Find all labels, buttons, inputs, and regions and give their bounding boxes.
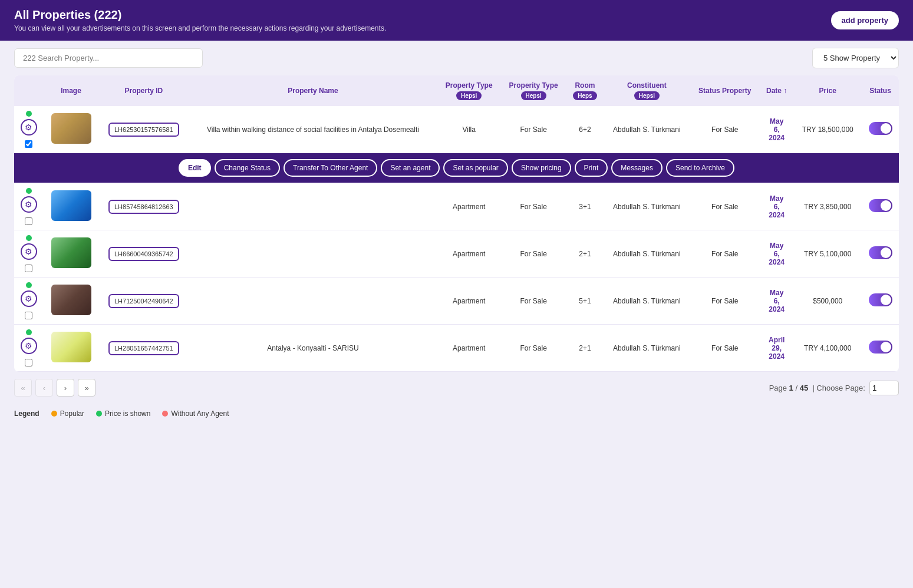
property-image-cell — [43, 183, 98, 230]
property-image-cell — [43, 278, 98, 325]
status-property-cell: For Sale — [690, 278, 760, 325]
legend-item-price-shown: Price is shown — [96, 409, 150, 418]
property-id-badge: LH85745864812663 — [108, 200, 179, 214]
property-type-cell: Apartment — [437, 325, 501, 372]
legend-item-popular: Popular — [51, 409, 84, 418]
add-property-button[interactable]: add property — [831, 11, 899, 29]
status-toggle[interactable] — [869, 122, 892, 135]
room-filter[interactable]: Heps — [573, 91, 596, 100]
room-cell: 6+2 — [566, 106, 604, 153]
first-page-button[interactable]: « — [14, 379, 32, 397]
prev-page-button[interactable]: ‹ — [35, 379, 53, 397]
constituent-filter[interactable]: Hepsi — [634, 91, 660, 100]
property-id-badge: LH28051657442751 — [108, 341, 179, 355]
pagination-bar: « ‹ › » Page 1 / 45 | Choose Page: — [0, 372, 913, 404]
property-id-cell: LH71250042490642 — [99, 278, 189, 325]
transfer-to-other-agent-button[interactable]: Transfer To Other Agent — [284, 159, 377, 177]
properity-type2-cell: For Sale — [501, 230, 566, 278]
status-property-cell: For Sale — [690, 183, 760, 230]
current-page: 1 — [789, 384, 793, 392]
room-cell: 5+1 — [566, 278, 604, 325]
row-checkbox-input[interactable] — [25, 312, 32, 319]
col-property-id: Property ID — [99, 75, 189, 106]
properties-table: Image Property ID Property Name Property… — [14, 75, 899, 372]
show-property-select[interactable]: 5 Show Property — [812, 48, 899, 68]
constituent-cell: Abdullah S. Türkmani — [604, 230, 690, 278]
property-type-cell: Apartment — [437, 230, 501, 278]
date-value: May6,2024 — [769, 289, 785, 313]
col-properity-type2: Properity Type Hepsi — [501, 75, 566, 106]
no-agent-dot — [162, 411, 168, 417]
gear-icon[interactable]: ⚙ — [21, 290, 37, 307]
status-dot — [26, 235, 32, 241]
legend-popular-label: Popular — [60, 409, 84, 418]
date-value: April29,2024 — [769, 336, 785, 361]
constituent-cell: Abdullah S. Türkmani — [604, 106, 690, 153]
property-id-cell: LH62530157576581 — [99, 106, 189, 153]
popular-dot — [51, 411, 57, 417]
row-checkbox-input[interactable] — [25, 217, 32, 225]
choose-page-input[interactable] — [869, 381, 899, 395]
property-name-cell: Villa within walking distance of social … — [189, 106, 437, 153]
room-cell: 2+1 — [566, 325, 604, 372]
property-type-cell: Villa — [437, 106, 501, 153]
status-dot — [26, 329, 32, 335]
properity-type2-cell: For Sale — [501, 183, 566, 230]
date-value: May6,2024 — [769, 117, 785, 142]
constituent-cell: Abdullah S. Türkmani — [604, 183, 690, 230]
legend-no-agent-label: Without Any Agent — [171, 409, 229, 418]
status-toggle[interactable] — [869, 293, 892, 306]
edit-button[interactable]: Edit — [179, 159, 211, 177]
property-image — [51, 285, 91, 315]
status-toggle[interactable] — [869, 199, 892, 212]
col-room: Room Heps — [566, 75, 604, 106]
messages-button[interactable]: Messages — [611, 159, 662, 177]
next-page-button[interactable]: › — [57, 379, 74, 397]
set-an-agent-button[interactable]: Set an agent — [381, 159, 440, 177]
date-cell: May6,2024 — [760, 278, 794, 325]
row-checkbox-input[interactable] — [25, 140, 32, 148]
legend-price-shown-label: Price is shown — [105, 409, 150, 418]
col-status: Status — [862, 75, 899, 106]
properity-type2-filter[interactable]: Hepsi — [521, 91, 546, 100]
gear-icon[interactable]: ⚙ — [21, 119, 37, 136]
status-toggle[interactable] — [869, 246, 892, 259]
legend-item-no-agent: Without Any Agent — [162, 409, 229, 418]
status-dot — [26, 111, 32, 117]
row-checkbox-input[interactable] — [25, 359, 32, 366]
send-to-archive-button[interactable]: Send to Archive — [666, 159, 734, 177]
property-name-cell — [189, 278, 437, 325]
row-selector: ⚙ — [14, 278, 43, 325]
gear-icon[interactable]: ⚙ — [21, 196, 37, 213]
total-pages: 45 — [800, 384, 808, 392]
set-as-popular-button[interactable]: Set as popular — [443, 159, 507, 177]
property-type-filter[interactable]: Hepsi — [456, 91, 482, 100]
change-status-button[interactable]: Change Status — [215, 159, 280, 177]
col-status-property: Status Property — [690, 75, 760, 106]
row-checkbox-input[interactable] — [25, 265, 32, 272]
property-id-badge: LH66600409365742 — [108, 247, 179, 261]
status-property-cell: For Sale — [690, 325, 760, 372]
row-selector: ⚙ — [14, 106, 43, 153]
gear-icon[interactable]: ⚙ — [21, 243, 37, 260]
property-image — [51, 190, 91, 221]
property-image-cell — [43, 230, 98, 278]
print-button[interactable]: Print — [575, 159, 608, 177]
property-image — [51, 237, 91, 268]
constituent-cell: Abdullah S. Türkmani — [604, 278, 690, 325]
status-dot — [26, 282, 32, 288]
col-date[interactable]: Date ↑ — [760, 75, 794, 106]
col-checkbox — [14, 75, 43, 106]
gear-icon[interactable]: ⚙ — [21, 338, 37, 354]
property-name-cell: Antalya - Konyaalti - SARISU — [189, 325, 437, 372]
table-row: ⚙ LH71250042490642 Apartment For Sale 5+… — [14, 278, 899, 325]
property-image — [51, 332, 91, 362]
price-shown-dot — [96, 411, 102, 417]
last-page-button[interactable]: » — [78, 379, 95, 397]
page-subtitle: You can view all your advertisements on … — [14, 24, 386, 32]
toggle-cell — [862, 325, 899, 372]
search-input[interactable] — [14, 48, 203, 68]
show-pricing-button[interactable]: Show pricing — [512, 159, 571, 177]
status-toggle[interactable] — [869, 341, 892, 354]
price-cell: TRY 18,500,000 — [793, 106, 862, 153]
